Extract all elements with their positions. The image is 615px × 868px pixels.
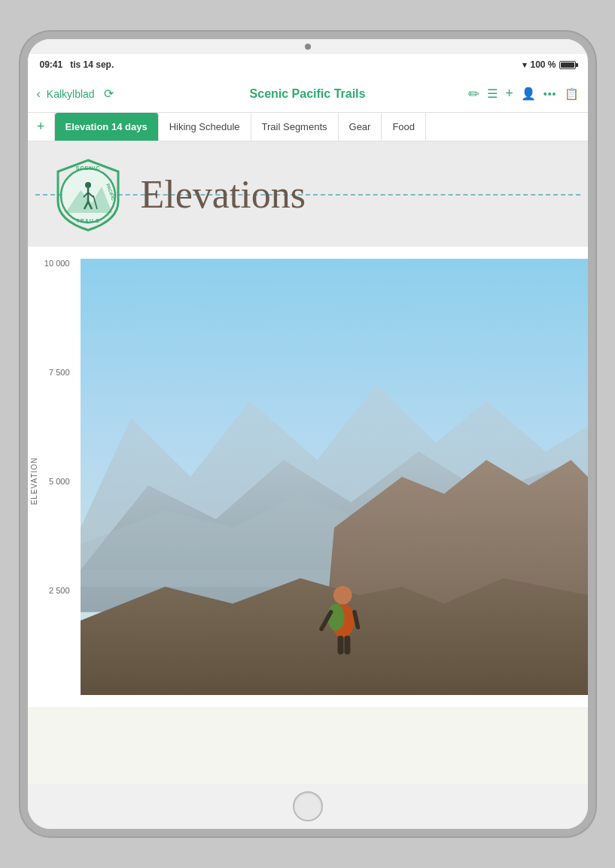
annotate-icon[interactable]: ✏ <box>468 86 480 102</box>
y-tick-2500: 2 500 <box>49 586 70 595</box>
battery-icon <box>559 61 576 69</box>
back-icon[interactable]: ‹ <box>37 87 41 101</box>
document-title: Scenic Pacific Trails <box>250 87 366 101</box>
tabs-bar: + Elevation 14 days Hiking Schedule Trai… <box>28 113 588 141</box>
chart-main <box>81 259 588 695</box>
svg-text:TRAILS: TRAILS <box>76 218 99 223</box>
photo-overlay <box>81 259 588 695</box>
svg-rect-23 <box>344 636 350 654</box>
add-icon[interactable]: + <box>505 86 513 102</box>
status-bar: 09:41 tis 14 sep. ▾ 100 % <box>28 54 588 75</box>
export-icon[interactable]: 📋 <box>565 87 579 101</box>
status-time: 09:41 <box>40 59 63 70</box>
page-title: Elevations <box>141 172 306 217</box>
tab-food[interactable]: Food <box>382 113 426 141</box>
svg-text:SCENIC: SCENIC <box>75 165 99 171</box>
battery-pct: 100 % <box>530 59 556 70</box>
tab-hiking[interactable]: Hiking Schedule <box>159 113 251 141</box>
toolbar-right: ✏ ☰ + 👤 ••• 📋 <box>398 86 579 102</box>
tab-gear[interactable]: Gear <box>339 113 382 141</box>
more-icon[interactable]: ••• <box>543 88 557 100</box>
y-axis-values: 10 000 7 500 5 000 2 500 <box>44 259 75 695</box>
home-button-area <box>28 784 588 829</box>
logo-badge: SCENIC TRAILS PACIFIC <box>50 156 126 232</box>
status-time-date: 09:41 tis 14 sep. <box>40 59 114 70</box>
status-indicators: ▾ 100 % <box>522 59 575 70</box>
tab-trail[interactable]: Trail Segments <box>251 113 339 141</box>
format-icon[interactable]: ☰ <box>487 86 498 101</box>
svg-point-3 <box>85 182 91 188</box>
toolbar: ‹ Kalkylblad ⟳ Scenic Pacific Trails ✏ ☰… <box>28 75 588 113</box>
chart-area: ELEVATION 10 000 7 500 5 000 2 500 <box>28 247 588 707</box>
back-button[interactable]: Kalkylblad <box>47 88 95 100</box>
camera-area <box>28 39 588 54</box>
y-tick-10000: 10 000 <box>44 259 70 268</box>
y-axis-label: ELEVATION <box>29 457 38 505</box>
svg-point-20 <box>333 586 352 605</box>
toolbar-center: Scenic Pacific Trails <box>218 87 398 101</box>
ipad-device: 09:41 tis 14 sep. ▾ 100 % ‹ Kalkylblad ⟳… <box>28 39 588 829</box>
status-date: tis 14 sep. <box>70 59 114 70</box>
page-header: SCENIC TRAILS PACIFIC Elevations <box>28 141 588 247</box>
collaborate-icon[interactable]: 👤 <box>521 86 536 101</box>
main-content: SCENIC TRAILS PACIFIC Elevations ELEVATI… <box>28 141 588 784</box>
recents-icon[interactable]: ⟳ <box>104 86 114 101</box>
y-axis: ELEVATION 10 000 7 500 5 000 2 500 <box>28 259 81 695</box>
svg-rect-22 <box>337 636 343 654</box>
home-button[interactable] <box>293 791 323 821</box>
add-tab-button[interactable]: + <box>28 113 55 141</box>
toolbar-left: ‹ Kalkylblad ⟳ <box>37 86 218 101</box>
y-tick-5000: 5 000 <box>49 477 70 486</box>
y-tick-7500: 7 500 <box>49 368 70 377</box>
tab-elevation[interactable]: Elevation 14 days <box>55 113 159 141</box>
wifi-icon: ▾ <box>522 60 527 70</box>
camera-dot <box>305 44 311 50</box>
